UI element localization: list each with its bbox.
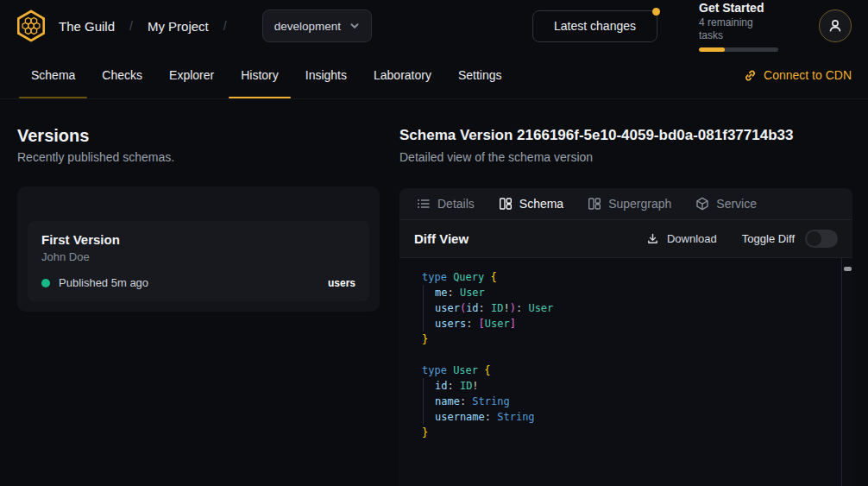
- toggle-knob: [807, 231, 821, 246]
- get-started-progressbar: [699, 47, 778, 52]
- latest-changes-button[interactable]: Latest changes: [532, 10, 657, 42]
- versions-title: Versions: [17, 125, 380, 146]
- app-header: The Guild / My Project / development Lat…: [0, 0, 868, 52]
- code-token: Query: [453, 271, 490, 283]
- notification-dot: [652, 8, 660, 16]
- versions-list-card: First Version John Doe Published 5m ago …: [17, 186, 380, 312]
- get-started-progress-fill: [699, 47, 725, 52]
- nav-tab-underline: [157, 97, 226, 98]
- download-button[interactable]: Download: [646, 232, 717, 245]
- nav-tab-label: Laboratory: [374, 68, 431, 82]
- nav-tab-label: Schema: [31, 68, 75, 82]
- nav-tab-explorer[interactable]: Explorer: [157, 52, 226, 98]
- code-token: ]: [510, 318, 516, 330]
- schema-code-editor[interactable]: type Query {me: Useruser(id: ID!): Useru…: [399, 258, 852, 486]
- panels-icon: [588, 197, 601, 211]
- diff-toolbar: Diff View Download Toggle Diff: [399, 220, 852, 258]
- get-started-subtitle: 4 remaining tasks: [699, 16, 778, 42]
- breadcrumb-separator: /: [129, 19, 133, 33]
- detail-tab-label: Supergraph: [608, 197, 671, 211]
- hive-logo-icon[interactable]: [14, 9, 48, 43]
- service-name-badge: users: [328, 277, 355, 289]
- nav-tab-schema[interactable]: Schema: [19, 52, 87, 98]
- code-line: }: [422, 331, 840, 347]
- nav-tab-underline: [362, 97, 443, 98]
- code-token: [: [479, 318, 485, 330]
- code-token: type: [422, 364, 453, 376]
- nav-tab-laboratory[interactable]: Laboratory: [362, 52, 443, 98]
- code-token: :: [516, 302, 528, 314]
- download-label: Download: [667, 232, 717, 245]
- code-token: !: [504, 302, 510, 314]
- toggle-diff-switch[interactable]: [805, 230, 838, 248]
- code-token: :: [485, 411, 497, 423]
- code-token: String: [472, 395, 509, 407]
- code-token: :: [447, 287, 459, 299]
- nav-tab-label: Checks: [102, 68, 142, 82]
- code-token: name: [435, 395, 460, 407]
- detail-tabbar: DetailsSchemaSupergraphService: [399, 188, 852, 220]
- nav-tab-history[interactable]: History: [229, 52, 291, 98]
- nav-tab-label: History: [241, 68, 279, 82]
- detail-tab-service[interactable]: Service: [695, 197, 757, 211]
- breadcrumb: The Guild / My Project /: [59, 19, 242, 34]
- code-token: user: [435, 302, 460, 314]
- toggle-diff-label: Toggle Diff: [742, 232, 795, 245]
- editor-scrollbar[interactable]: [841, 258, 852, 486]
- detail-tab-details[interactable]: Details: [417, 197, 475, 211]
- code-line: id: ID!: [422, 378, 840, 394]
- breadcrumb-org[interactable]: The Guild: [59, 19, 115, 34]
- code-token: username: [435, 411, 485, 423]
- nav-tab-underline: [19, 97, 87, 98]
- code-token: ID: [460, 380, 472, 392]
- code-token: }: [422, 333, 428, 345]
- versions-subtitle: Recently published schemas.: [17, 149, 380, 166]
- target-selector-dropdown[interactable]: development: [262, 9, 372, 42]
- download-icon: [646, 232, 659, 245]
- nav-tab-label: Settings: [458, 68, 502, 82]
- code-token: :: [447, 380, 459, 392]
- version-list-item[interactable]: First Version John Doe Published 5m ago …: [28, 221, 369, 301]
- connect-to-cdn-label: Connect to CDN: [764, 68, 852, 82]
- connect-to-cdn-button[interactable]: Connect to CDN: [744, 68, 852, 82]
- link-icon: [744, 69, 757, 82]
- published-status-dot: [41, 279, 50, 287]
- detail-tab-label: Details: [437, 197, 475, 211]
- code-line: users: [User]: [422, 316, 840, 331]
- detail-tab-supergraph[interactable]: Supergraph: [588, 197, 671, 211]
- user-avatar-button[interactable]: [819, 9, 852, 42]
- editor-scrollbar-thumb[interactable]: [844, 267, 852, 271]
- breadcrumb-separator: /: [223, 19, 227, 33]
- nav-tab-underline: [293, 97, 359, 98]
- detail-tab-label: Service: [716, 197, 757, 211]
- code-token: id: [435, 380, 447, 392]
- target-nav: SchemaChecksExplorerHistoryInsightsLabor…: [0, 52, 868, 99]
- box-icon: [695, 197, 709, 211]
- breadcrumb-project[interactable]: My Project: [148, 19, 209, 34]
- get-started-widget[interactable]: Get Started 4 remaining tasks: [699, 1, 778, 52]
- latest-changes-label: Latest changes: [554, 19, 636, 33]
- chevron-down-icon: [349, 21, 360, 31]
- code-line: type User {: [422, 363, 840, 378]
- main-content: Versions Recently published schemas. Fir…: [0, 99, 868, 486]
- code-line: user(id: ID!): User: [422, 300, 840, 316]
- code-token: ID: [491, 302, 503, 314]
- nav-tab-underline: [229, 97, 291, 98]
- user-icon: [827, 18, 843, 34]
- nav-tab-settings[interactable]: Settings: [446, 52, 514, 98]
- code-token: User: [528, 302, 553, 314]
- nav-tab-checks[interactable]: Checks: [90, 52, 154, 98]
- diff-view-title: Diff View: [414, 231, 469, 246]
- code-token: User: [453, 364, 484, 376]
- version-title: First Version: [41, 231, 355, 249]
- schema-version-subtitle: Detailed view of the schema version: [399, 149, 852, 166]
- nav-tabs: SchemaChecksExplorerHistoryInsightsLabor…: [19, 52, 517, 98]
- code-token: id: [466, 302, 478, 314]
- detail-tab-label: Schema: [519, 197, 563, 211]
- code-line: username: String: [422, 409, 840, 425]
- code-token: :: [466, 318, 478, 330]
- detail-tab-schema[interactable]: Schema: [499, 197, 563, 211]
- code-line: [422, 347, 840, 363]
- nav-tab-insights[interactable]: Insights: [293, 52, 359, 98]
- code-line: }: [422, 425, 840, 440]
